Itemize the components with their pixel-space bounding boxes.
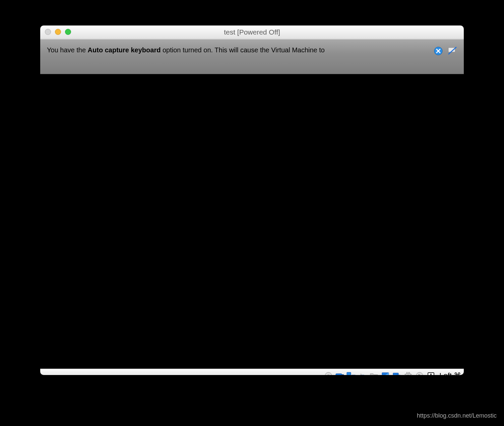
dismiss-notification-button[interactable] [434,46,443,56]
notification-actions [434,46,457,56]
hard-disk-icon [335,372,344,375]
vm-display-area[interactable] [40,74,464,369]
watermark-text: https://blog.csdn.net/Lemostic [417,412,497,419]
close-window-button[interactable] [45,29,51,35]
titlebar: test [Powered Off] [40,25,464,39]
window-title: test [Powered Off] [224,28,280,36]
vm-window: test [Powered Off] You have the Auto cap… [40,25,464,375]
svg-rect-4 [336,374,342,375]
zoom-window-button[interactable] [65,29,71,35]
keyboard-capture-icon [427,372,435,375]
host-key-indicator: Left ⌘ [439,371,461,375]
recording-icon [392,372,401,375]
svg-point-29 [416,372,423,375]
status-bar: Left ⌘ [40,369,464,375]
notification-bar: You have the Auto capture keyboard optio… [40,39,464,74]
suppress-notification-button[interactable] [448,46,457,56]
optical-drive-indicator[interactable] [323,371,333,375]
close-circle-icon [434,47,443,55]
notification-text-before: You have the [47,46,88,54]
keyboard-capture-indicator[interactable] [426,371,436,375]
svg-rect-13 [393,373,398,375]
host-key-label: Left ⌘ [439,371,461,375]
notification-text-after: option turned on. This will cause the Vi… [161,46,325,54]
shared-folders-indicator[interactable] [369,371,379,375]
traffic-lights [45,29,71,35]
minimize-window-button[interactable] [55,29,61,35]
cpu-indicator[interactable] [403,371,413,375]
mouse-integration-indicator[interactable] [415,371,425,375]
recording-indicator[interactable] [392,371,402,375]
mouse-pointer-icon [416,372,423,375]
optical-disc-icon [324,372,332,375]
svg-point-10 [360,373,362,375]
display-icon [381,372,389,375]
speech-bubble-mute-icon [448,47,457,55]
svg-rect-5 [342,374,344,375]
network-icon [346,372,356,375]
hard-disk-indicator[interactable] [335,371,345,375]
notification-text: You have the Auto capture keyboard optio… [47,46,434,54]
notification-text-bold: Auto capture keyboard [88,46,161,54]
svg-rect-6 [347,372,351,375]
cpu-chip-icon [404,372,412,375]
usb-indicator[interactable] [358,371,368,375]
usb-icon [359,372,367,375]
folder-icon [370,372,378,375]
svg-rect-16 [407,375,409,375]
display-indicator[interactable] [380,371,390,375]
network-indicator[interactable] [346,371,356,375]
